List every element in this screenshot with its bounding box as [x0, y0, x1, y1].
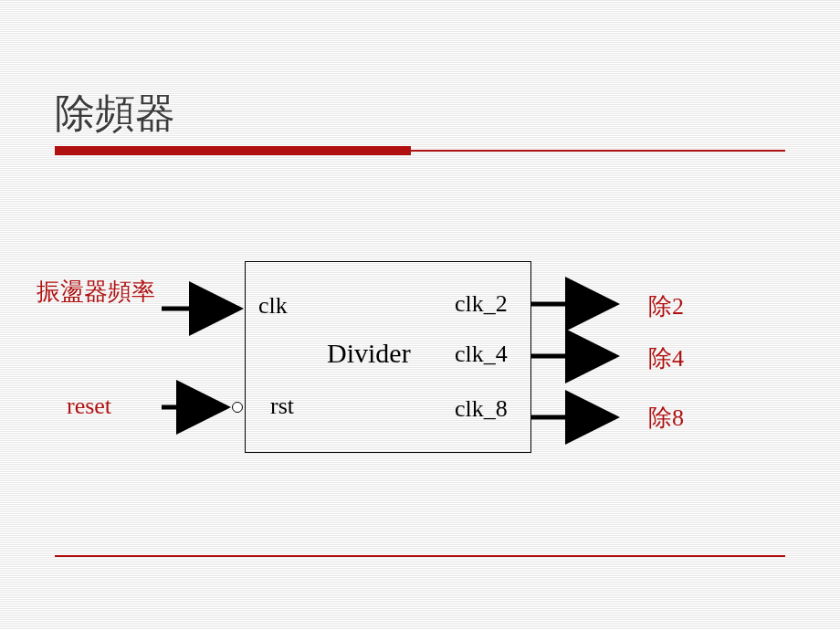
- footer-divider: [55, 555, 785, 557]
- block-diagram: Divider clk rst clk_2 clk_4 clk_8 振盪器頻率 …: [0, 0, 840, 630]
- slide: 除頻器 Divider clk rst clk_2 clk_4 clk_8 振盪…: [0, 0, 840, 630]
- arrows: [0, 0, 840, 630]
